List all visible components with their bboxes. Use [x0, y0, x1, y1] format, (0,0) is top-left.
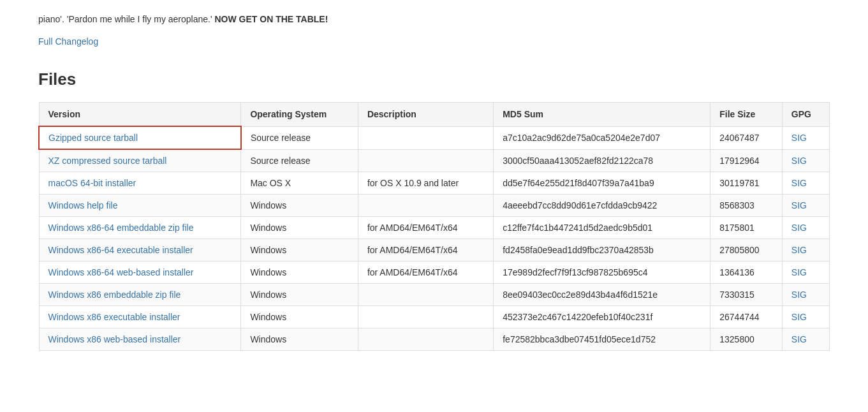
cell-version: Windows x86 embeddable zip file: [39, 284, 241, 306]
cell-description: for AMD64/EM64T/x64: [358, 217, 493, 239]
version-link[interactable]: Windows help file: [48, 200, 118, 210]
cell-os: Windows: [241, 328, 358, 351]
sig-link[interactable]: SIG: [791, 178, 807, 188]
cell-md5: fe72582bbca3dbe07451fd05ece1d752: [494, 328, 710, 351]
cell-filesize: 17912964: [710, 149, 783, 172]
version-link[interactable]: Windows x86 web-based installer: [48, 334, 181, 344]
cell-filesize: 30119781: [710, 172, 783, 195]
cell-md5: c12ffe7f4c1b447241d5d2aedc9b5d01: [494, 217, 710, 239]
table-row: XZ compressed source tarballSource relea…: [39, 149, 830, 172]
cell-version: Windows x86-64 web-based installer: [39, 261, 241, 284]
sig-link[interactable]: SIG: [791, 290, 807, 300]
cell-gpg: SIG: [782, 149, 829, 172]
files-title: Files: [38, 70, 830, 89]
cell-os: Source release: [241, 149, 358, 172]
version-link[interactable]: macOS 64-bit installer: [48, 178, 136, 188]
cell-description: for AMD64/EM64T/x64: [358, 239, 493, 261]
sig-link[interactable]: SIG: [791, 312, 807, 322]
cell-filesize: 7330315: [710, 284, 783, 306]
table-row: Windows x86 embeddable zip fileWindows8e…: [39, 284, 830, 306]
cell-os: Windows: [241, 239, 358, 261]
version-link[interactable]: Windows x86 executable installer: [48, 312, 180, 322]
table-row: macOS 64-bit installerMac OS Xfor OS X 1…: [39, 172, 830, 195]
col-version: Version: [39, 103, 241, 127]
cell-description: for OS X 10.9 and later: [358, 172, 493, 195]
cell-description: [358, 126, 493, 149]
cell-gpg: SIG: [782, 284, 829, 306]
header-row: Version Operating System Description MD5…: [39, 103, 830, 127]
cell-description: [358, 195, 493, 217]
version-link[interactable]: Gzipped source tarball: [48, 133, 138, 143]
col-description: Description: [358, 103, 493, 127]
full-changelog-link[interactable]: Full Changelog: [38, 36, 98, 47]
version-link[interactable]: Windows x86 embeddable zip file: [48, 290, 181, 300]
cell-filesize: 26744744: [710, 306, 783, 328]
cell-os: Windows: [241, 284, 358, 306]
cell-filesize: 8568303: [710, 195, 783, 217]
table-row: Windows x86-64 embeddable zip fileWindow…: [39, 217, 830, 239]
version-link[interactable]: XZ compressed source tarball: [48, 156, 167, 166]
cell-filesize: 24067487: [710, 126, 783, 149]
table-row: Gzipped source tarballSource releasea7c1…: [39, 126, 830, 149]
cell-filesize: 8175801: [710, 217, 783, 239]
sig-link[interactable]: SIG: [791, 245, 807, 255]
cell-os: Windows: [241, 195, 358, 217]
cell-description: [358, 149, 493, 172]
intro-paragraph: piano'. 'Pardon me while I fly my aeropl…: [38, 13, 830, 26]
bold-text: NOW GET ON THE TABLE!: [215, 14, 328, 24]
files-section: Files Version Operating System Descripti…: [38, 70, 830, 351]
table-row: Windows x86-64 executable installerWindo…: [39, 239, 830, 261]
cell-os: Source release: [241, 126, 358, 149]
cell-description: [358, 284, 493, 306]
cell-description: [358, 328, 493, 351]
version-link[interactable]: Windows x86-64 web-based installer: [48, 267, 194, 277]
cell-description: for AMD64/EM64T/x64: [358, 261, 493, 284]
cell-gpg: SIG: [782, 195, 829, 217]
cell-gpg: SIG: [782, 328, 829, 351]
cell-md5: dd5e7f64e255d21f8d407f39a7a41ba9: [494, 172, 710, 195]
sig-link[interactable]: SIG: [791, 334, 807, 344]
table-row: Windows x86 executable installerWindows4…: [39, 306, 830, 328]
cell-md5: 452373e2c467c14220efeb10f40c231f: [494, 306, 710, 328]
cell-md5: fd2458fa0e9ead1dd9fbc2370a42853b: [494, 239, 710, 261]
cell-version: Windows x86-64 embeddable zip file: [39, 217, 241, 239]
cell-os: Windows: [241, 217, 358, 239]
intro-text: piano'. 'Pardon me while I fly my aeropl…: [38, 13, 830, 26]
sig-link[interactable]: SIG: [791, 133, 807, 143]
cell-version: XZ compressed source tarball: [39, 149, 241, 172]
cell-version: macOS 64-bit installer: [39, 172, 241, 195]
sig-link[interactable]: SIG: [791, 267, 807, 277]
table-header: Version Operating System Description MD5…: [39, 103, 830, 127]
cell-gpg: SIG: [782, 172, 829, 195]
cell-description: [358, 306, 493, 328]
col-filesize: File Size: [710, 103, 783, 127]
cell-version: Windows x86-64 executable installer: [39, 239, 241, 261]
cell-version: Windows x86 web-based installer: [39, 328, 241, 351]
cell-version: Gzipped source tarball: [39, 126, 241, 149]
cell-filesize: 1325800: [710, 328, 783, 351]
cell-version: Windows x86 executable installer: [39, 306, 241, 328]
table-row: Windows help fileWindows4aeeebd7cc8dd90d…: [39, 195, 830, 217]
table-row: Windows x86-64 web-based installerWindow…: [39, 261, 830, 284]
files-table: Version Operating System Description MD5…: [38, 102, 830, 351]
cell-os: Windows: [241, 306, 358, 328]
version-link[interactable]: Windows x86-64 embeddable zip file: [48, 223, 194, 233]
version-link[interactable]: Windows x86-64 executable installer: [48, 245, 193, 255]
cell-gpg: SIG: [782, 306, 829, 328]
cell-gpg: SIG: [782, 126, 829, 149]
cell-os: Windows: [241, 261, 358, 284]
cell-gpg: SIG: [782, 217, 829, 239]
col-md5: MD5 Sum: [494, 103, 710, 127]
table-row: Windows x86 web-based installerWindowsfe…: [39, 328, 830, 351]
table-body: Gzipped source tarballSource releasea7c1…: [39, 126, 830, 351]
cell-md5: 3000cf50aaa413052aef82fd2122ca78: [494, 149, 710, 172]
cell-md5: 17e989d2fecf7f9f13cf987825b695c4: [494, 261, 710, 284]
sig-link[interactable]: SIG: [791, 223, 807, 233]
sig-link[interactable]: SIG: [791, 156, 807, 166]
sig-link[interactable]: SIG: [791, 200, 807, 210]
cell-gpg: SIG: [782, 261, 829, 284]
cell-os: Mac OS X: [241, 172, 358, 195]
col-gpg: GPG: [782, 103, 829, 127]
cell-md5: 8ee09403ec0cc2e89d43b4a4f6d1521e: [494, 284, 710, 306]
cell-md5: 4aeeebd7cc8dd90d61e7cfdda9cb9422: [494, 195, 710, 217]
